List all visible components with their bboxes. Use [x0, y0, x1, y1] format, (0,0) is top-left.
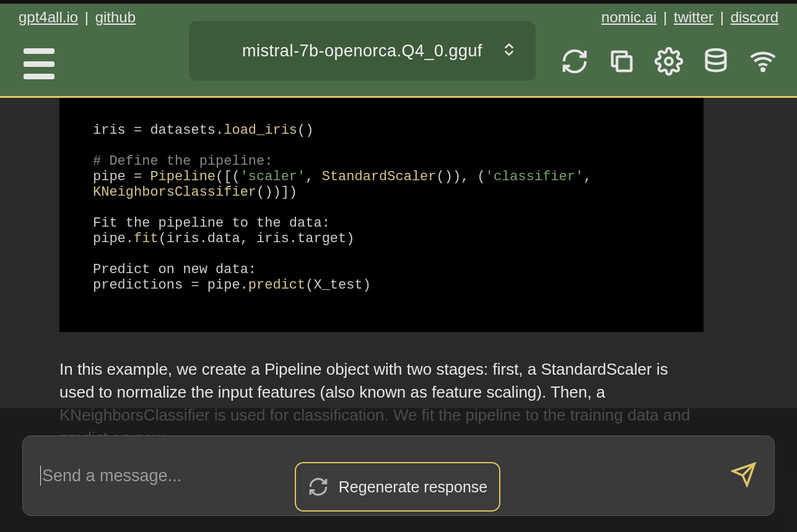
svg-point-1: [665, 58, 673, 65]
link-discord[interactable]: discord: [731, 9, 778, 25]
main-content: iris = datasets.load_iris() # Define the…: [0, 98, 797, 532]
send-icon: [731, 461, 757, 487]
toolbar-icons: [560, 47, 777, 76]
menu-icon: [24, 61, 54, 67]
regenerate-icon: [308, 476, 329, 497]
wifi-icon[interactable]: [749, 47, 777, 76]
model-selector[interactable]: mistral-7b-openorca.Q4_0.gguf: [189, 21, 536, 81]
link-github[interactable]: github: [95, 9, 136, 25]
gear-icon[interactable]: [655, 47, 683, 76]
app-header: gpt4all.io | github nomic.ai | twitter |…: [0, 4, 797, 98]
model-selected-label: mistral-7b-openorca.Q4_0.gguf: [242, 41, 482, 61]
menu-button[interactable]: [24, 48, 54, 79]
top-links-right: nomic.ai | twitter | discord: [601, 9, 778, 26]
regenerate-button[interactable]: Regenerate response: [295, 462, 500, 512]
reload-icon[interactable]: [560, 47, 589, 76]
link-sep: |: [81, 9, 93, 25]
database-icon[interactable]: [702, 47, 730, 76]
link-twitter[interactable]: twitter: [674, 9, 713, 25]
text-cursor: [40, 466, 41, 486]
chevron-updown-icon: [501, 41, 517, 60]
top-links-left: gpt4all.io | github: [19, 9, 136, 26]
regenerate-label: Regenerate response: [339, 478, 487, 496]
svg-point-3: [762, 69, 764, 71]
code-block: iris = datasets.load_iris() # Define the…: [59, 98, 703, 332]
link-sep: |: [716, 9, 728, 25]
send-button[interactable]: [731, 461, 757, 490]
link-sep: |: [659, 9, 671, 25]
menu-icon: [24, 48, 54, 54]
link-nomic[interactable]: nomic.ai: [601, 9, 656, 25]
link-gpt4all[interactable]: gpt4all.io: [19, 9, 78, 25]
svg-rect-0: [617, 56, 631, 71]
svg-point-2: [707, 50, 726, 57]
copy-icon[interactable]: [608, 47, 636, 76]
menu-icon: [24, 74, 54, 79]
